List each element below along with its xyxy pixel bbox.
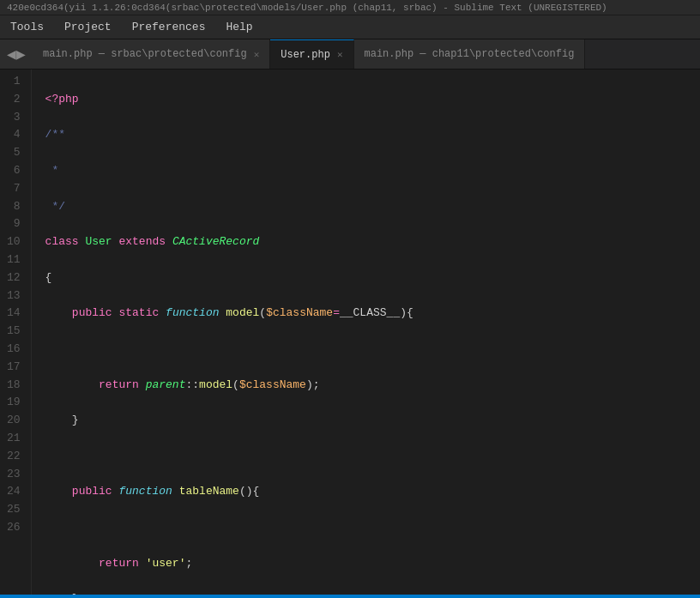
code-editor[interactable]: <?php /** * */ class User extends CActiv… (32, 69, 700, 595)
statusbar: https://blog.csdn.net/qq_38924942 (0, 595, 700, 598)
line-num: 24 (7, 483, 21, 501)
line-num: 13 (7, 287, 21, 305)
line-num: 20 (7, 412, 21, 430)
tab-close-icon[interactable]: ✕ (254, 49, 260, 60)
line-num: 23 (7, 466, 21, 484)
code-line (45, 519, 700, 537)
line-num: 3 (7, 109, 21, 127)
line-numbers: 1 2 3 4 5 6 7 8 9 10 11 12 13 14 15 16 1… (0, 69, 32, 595)
tabbar: ◀▶ main.php — srbac\protected\config ✕ U… (0, 39, 700, 69)
tab-main-chap11[interactable]: main.php — chap11\protected\config (354, 39, 586, 69)
line-num: 25 (7, 501, 21, 519)
line-num: 9 (7, 215, 21, 233)
code-line: class User extends CActiveRecord (45, 233, 700, 251)
menu-tools[interactable]: Tools (7, 19, 47, 35)
tab-main-srbac[interactable]: main.php — srbac\protected\config ✕ (33, 39, 270, 69)
code-line: return parent::model($className); (45, 377, 700, 395)
code-line: /** (45, 126, 700, 144)
line-num: 16 (7, 341, 21, 359)
code-line: } (45, 590, 700, 595)
title-banner: 420e0cd364(yii 1.1.26:0cd364(srbac\prote… (0, 0, 700, 15)
tab-nav-button[interactable]: ◀▶ (0, 39, 33, 69)
menu-help[interactable]: Help (222, 19, 256, 35)
code-line: public static function model($className=… (45, 305, 700, 323)
line-num: 5 (7, 144, 21, 162)
code-line (45, 341, 700, 359)
tab-close-icon[interactable]: ✕ (337, 49, 343, 60)
line-num: 19 (7, 394, 21, 412)
menu-project[interactable]: Project (61, 19, 115, 35)
code-line: { (45, 269, 700, 287)
line-num: 21 (7, 430, 21, 448)
tab-label: main.php — srbac\protected\config (43, 48, 247, 60)
code-line: <?php (45, 91, 700, 109)
editor: 1 2 3 4 5 6 7 8 9 10 11 12 13 14 15 16 1… (0, 69, 700, 595)
line-num: 17 (7, 359, 21, 377)
menu-preferences[interactable]: Preferences (129, 19, 209, 35)
line-num: 11 (7, 251, 21, 269)
line-num: 15 (7, 323, 21, 341)
code-line: } (45, 412, 700, 430)
line-num: 10 (7, 233, 21, 251)
tab-user-php[interactable]: User.php ✕ (270, 39, 353, 69)
menubar: Tools Project Preferences Help (0, 15, 700, 39)
title-text: 420e0cd364(yii 1.1.26:0cd364(srbac\prote… (7, 3, 607, 13)
code-line: * (45, 162, 700, 180)
line-num: 1 (7, 73, 21, 91)
tab-label: User.php (281, 49, 330, 61)
code-line (45, 448, 700, 466)
code-line: return 'user'; (45, 555, 700, 573)
line-num: 18 (7, 377, 21, 395)
line-num: 7 (7, 180, 21, 198)
line-num: 4 (7, 126, 21, 144)
tab-label: main.php — chap11\protected\config (365, 48, 575, 60)
line-num: 22 (7, 448, 21, 466)
line-num: 12 (7, 269, 21, 287)
line-num: 2 (7, 91, 21, 109)
code-line: */ (45, 198, 700, 216)
line-num: 26 (7, 519, 21, 537)
line-num: 6 (7, 162, 21, 180)
code-line: public function tableName(){ (45, 483, 700, 501)
line-num: 8 (7, 198, 21, 216)
line-num: 14 (7, 305, 21, 323)
